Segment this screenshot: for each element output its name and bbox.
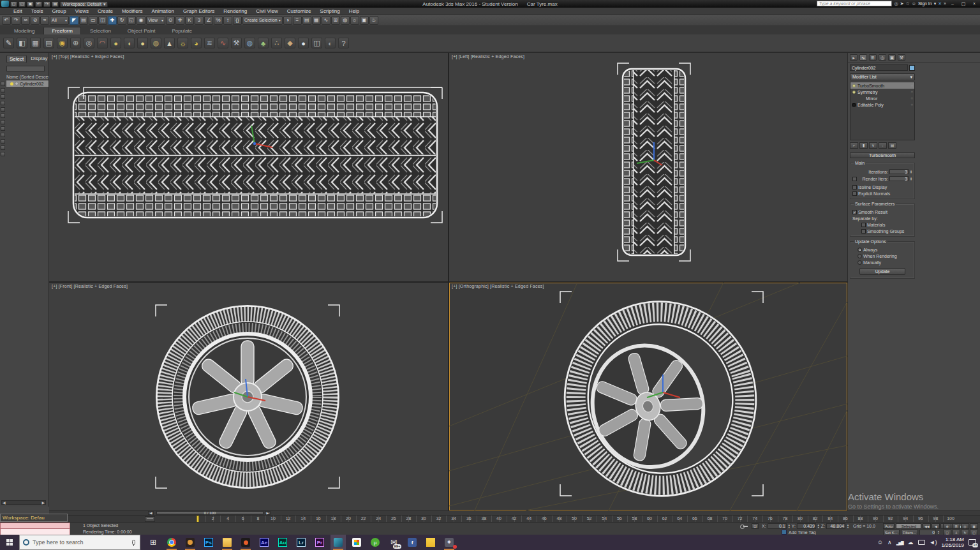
- new-scene-icon[interactable]: ▢: [10, 1, 17, 7]
- menu-item[interactable]: Create: [93, 8, 117, 15]
- x-coord-spinner[interactable]: ▲▼: [788, 524, 791, 528]
- curve-editor-icon[interactable]: ∿: [322, 16, 330, 25]
- window-crossing-icon[interactable]: ◫: [98, 16, 107, 25]
- exchange-apps-icon[interactable]: ✕: [938, 1, 942, 6]
- toolbar-overflow-icon[interactable]: »: [944, 1, 946, 6]
- sun-shape-icon[interactable]: ☼: [177, 38, 188, 48]
- paint-deform-icon[interactable]: ◉: [57, 38, 68, 48]
- scatter-tool-icon[interactable]: ∴: [271, 38, 282, 48]
- pin-stack-icon[interactable]: ⌐: [850, 142, 858, 149]
- notification-center-icon[interactable]: 16: [969, 539, 976, 546]
- isoline-display-checkbox[interactable]: [852, 185, 857, 190]
- modifier-editable-poly[interactable]: Editable Poly: [850, 101, 914, 108]
- frame-spinner[interactable]: ▲▼: [937, 530, 940, 535]
- leaf-tool-icon[interactable]: ♣: [258, 38, 269, 48]
- utorrent-icon[interactable]: µ: [368, 535, 383, 550]
- render-iters-field[interactable]: 3: [889, 176, 909, 181]
- align-icon[interactable]: ≡: [293, 16, 302, 25]
- mirror-icon[interactable]: ◑: [283, 16, 292, 25]
- display-xrefs-icon[interactable]: [1, 139, 5, 144]
- tab-modeling[interactable]: Modeling: [6, 27, 42, 34]
- sphere-shape-icon[interactable]: ●: [110, 38, 121, 48]
- key-filter-dropdown[interactable]: Selected: [896, 523, 921, 529]
- bind-to-space-warp-icon[interactable]: ≈: [40, 16, 49, 25]
- smoothing-groups-checkbox[interactable]: [861, 229, 866, 234]
- menu-item[interactable]: Graph Editors: [179, 8, 219, 15]
- y-coord-field[interactable]: 0.439: [797, 523, 816, 529]
- track-bar[interactable]: 0246810121416182022242628303234363840424…: [49, 515, 980, 522]
- gem-tool-icon[interactable]: ◆: [285, 38, 295, 48]
- update-manually-radio[interactable]: [858, 260, 862, 265]
- pinch-brush-icon[interactable]: ◠: [97, 38, 108, 48]
- viewport-orthographic-label[interactable]: [+] [Orthographic] [Realistic + Edged Fa…: [452, 284, 544, 288]
- edit-named-selection-sets-icon[interactable]: {}: [233, 16, 242, 25]
- hammer-tool-icon[interactable]: ⚒: [231, 38, 242, 48]
- sticky-notes-icon[interactable]: [423, 535, 438, 550]
- polydraw-tool-icon[interactable]: ✎: [3, 38, 14, 48]
- motion-tab-icon[interactable]: ◎: [879, 54, 886, 61]
- viewport-top[interactable]: [+] [Top] [Realistic + Edged Faces]: [49, 53, 448, 281]
- pearl-tool-icon[interactable]: ●: [298, 38, 309, 48]
- z-coord-spinner[interactable]: ▲▼: [847, 524, 849, 528]
- modifier-visibility-icon[interactable]: [852, 91, 856, 94]
- turbosmooth-rollout-header[interactable]: TurboSmooth: [850, 152, 915, 158]
- redo-small-icon[interactable]: ↷: [43, 1, 50, 7]
- sign-in-button[interactable]: Sign In: [918, 1, 932, 6]
- menu-item[interactable]: Views: [71, 8, 93, 15]
- taskbar-search[interactable]: [19, 535, 140, 550]
- tab-selection[interactable]: Selection: [82, 27, 119, 34]
- explicit-normals-checkbox[interactable]: [852, 191, 857, 196]
- update-always-radio[interactable]: [858, 248, 862, 252]
- mini-curve-editor-button[interactable]: [145, 516, 155, 522]
- modifier-visibility-icon[interactable]: [852, 103, 856, 107]
- clone-tool-icon[interactable]: ◫: [311, 38, 322, 48]
- lightroom-icon[interactable]: Lr: [293, 535, 309, 550]
- maximize-button[interactable]: ▢: [959, 1, 968, 6]
- snaps-toggle-icon[interactable]: 3: [195, 16, 204, 25]
- minimize-button[interactable]: –: [948, 1, 957, 6]
- menu-item[interactable]: Modifiers: [117, 8, 147, 15]
- visibility-bulb-icon[interactable]: [10, 82, 13, 85]
- object-color-swatch[interactable]: [909, 65, 915, 71]
- material-editor-icon[interactable]: ◍: [341, 16, 350, 25]
- rendered-frame-window-icon[interactable]: ▣: [360, 16, 369, 25]
- 3ds-max-logo-icon[interactable]: [1, 1, 9, 7]
- surface-grid-icon[interactable]: ▤: [43, 38, 54, 48]
- display-tab-icon[interactable]: ▣: [888, 54, 896, 61]
- spinner-snap-icon[interactable]: ↕: [223, 16, 232, 25]
- viewport-left[interactable]: [+] [Left] [Realistic + Edged Faces]: [449, 53, 847, 281]
- community-icon[interactable]: ➤: [900, 1, 904, 6]
- display-containers-icon[interactable]: [1, 152, 5, 156]
- selection-lock-key-icon[interactable]: [740, 524, 748, 528]
- cone-shape-icon[interactable]: ▲: [164, 38, 175, 48]
- undo-icon[interactable]: ↶: [2, 16, 11, 25]
- taskbar-search-input[interactable]: [33, 539, 129, 546]
- after-effects-icon[interactable]: Ae: [256, 535, 272, 550]
- update-when-rendering-radio[interactable]: [858, 254, 862, 258]
- menu-item[interactable]: Help: [345, 8, 364, 15]
- modifier-turbosmooth[interactable]: TurboSmooth: [850, 82, 914, 89]
- viewport-orthographic[interactable]: [+] [Orthographic] [Realistic + Edged Fa…: [449, 283, 847, 510]
- time-slider[interactable]: ◀ 0 / 100 ▶: [49, 510, 980, 515]
- add-time-tag-button[interactable]: Add Time Tag: [789, 530, 816, 535]
- rectangular-selection-region-icon[interactable]: ▭: [89, 16, 98, 25]
- keyboard-shortcut-override-icon[interactable]: K: [185, 16, 194, 25]
- scroll-right-icon[interactable]: ▶: [41, 500, 45, 505]
- chevron-up-icon[interactable]: ∧: [887, 539, 892, 546]
- undo-small-icon[interactable]: ↶: [35, 1, 42, 7]
- facebook-icon[interactable]: f: [405, 535, 420, 550]
- user-icon[interactable]: ☺: [912, 1, 916, 6]
- menu-item[interactable]: Civil View: [251, 8, 283, 15]
- push-pull-brush-icon[interactable]: ⊕: [70, 38, 81, 48]
- layer-manager-icon[interactable]: ▤: [302, 16, 311, 25]
- dome-shape-icon[interactable]: ◖: [124, 38, 135, 48]
- percent-snap-icon[interactable]: %: [214, 16, 223, 25]
- modifier-symmetry[interactable]: Symmetry: [850, 89, 914, 95]
- render-iters-spinner[interactable]: ▲▼: [910, 177, 912, 181]
- auto-key-button[interactable]: Auto: [883, 523, 895, 529]
- select-object-icon[interactable]: ◤: [70, 16, 78, 25]
- chat-app-icon[interactable]: ❖: [442, 535, 457, 550]
- display-shapes-icon[interactable]: [1, 101, 5, 105]
- modify-tab-icon[interactable]: ∿: [859, 54, 867, 61]
- angle-snap-icon[interactable]: ∠: [204, 16, 213, 25]
